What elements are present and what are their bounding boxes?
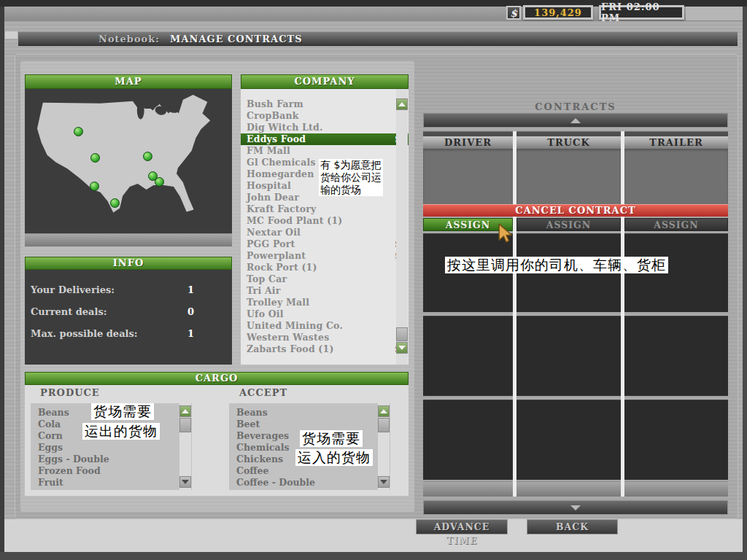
back-button[interactable]: BACK: [527, 519, 618, 534]
frame-edge-left: [0, 7, 4, 552]
produce-item[interactable]: Frozen Food: [31, 465, 192, 477]
company-item[interactable]: Western Wastes: [241, 332, 409, 343]
accept-scroll-down-button[interactable]: [378, 476, 390, 488]
driver-slot[interactable]: [423, 149, 513, 204]
produce-scroll-thumb[interactable]: [179, 418, 191, 432]
note-line: 货给你公司运: [320, 171, 382, 184]
company-name: CropBank: [247, 110, 299, 122]
company-item[interactable]: Bush Farm: [241, 98, 409, 110]
note-line: 有 $为愿意把: [320, 159, 382, 171]
produce-item[interactable]: Eggs: [31, 442, 192, 454]
company-scroll-thumb[interactable]: [396, 327, 408, 341]
company-item[interactable]: Rock Port (1): [241, 262, 409, 273]
map-location-dot: [90, 182, 99, 191]
scroll-down-icon: [398, 346, 406, 350]
accept-item[interactable]: Beet: [229, 419, 390, 430]
trailer-slot[interactable]: [624, 149, 728, 204]
accept-item[interactable]: Coffee - Double: [229, 477, 390, 489]
company-item[interactable]: Ufo Oil: [241, 308, 409, 320]
page-title: MANAGE CONTRACTS: [170, 34, 303, 44]
company-item[interactable]: Powerplant$: [241, 250, 409, 262]
advance-time-button[interactable]: ADVANCE TIME: [416, 519, 508, 534]
map-location-dot: [110, 198, 120, 208]
company-name: FM Mall: [247, 145, 290, 157]
company-item[interactable]: Tri Air: [241, 285, 409, 297]
company-item[interactable]: Nextar Oil: [241, 227, 409, 238]
company-item[interactable]: MC Food Plant (1): [241, 215, 409, 227]
map-footer: [25, 233, 232, 246]
truck-slot[interactable]: [516, 149, 621, 204]
company-name: Homegarden: [247, 168, 314, 180]
contracts-title: CONTRACTS: [423, 101, 728, 112]
accept-scroll-thumb[interactable]: [378, 418, 390, 432]
produce-item[interactable]: Fruit: [31, 477, 192, 489]
company-name: Top Car: [247, 273, 287, 285]
company-item[interactable]: Eddys Food$: [241, 133, 409, 145]
company-item[interactable]: United Mining Co.: [241, 320, 409, 332]
company-item[interactable]: Trolley Mall: [241, 297, 409, 308]
info-label: Max. possible deals:: [31, 328, 138, 340]
assign-note: 按这里调用你的司机、车辆、货柜: [445, 257, 668, 273]
contracts-scroll-up-bar[interactable]: [423, 113, 728, 128]
accept-column-header: ACCEPT: [239, 387, 287, 398]
accept-note-line1: 货场需要: [300, 430, 363, 447]
accept-scroll-up-button[interactable]: [378, 405, 390, 417]
game-screen: $ 139,429 FRI 02:00 PM Notebook: MANAGE …: [0, 0, 747, 560]
trailer-column-header: TRAILER: [624, 136, 728, 149]
money-display: 139,429: [523, 5, 593, 20]
column-strip: [423, 131, 513, 136]
scroll-up-icon: [380, 409, 387, 413]
produce-note-line2: 运出的货物: [82, 423, 160, 440]
assign-trailer-button[interactable]: ASSIGN: [624, 218, 728, 231]
company-name: Hospital: [247, 180, 291, 192]
info-row-deliveries: Your Deliveries: 1: [25, 284, 232, 296]
notebook-tab: [5, 31, 18, 39]
notebook-label: Notebook:: [98, 34, 160, 44]
map-panel-header: MAP: [25, 74, 232, 89]
accept-item[interactable]: Coffee: [229, 465, 390, 477]
produce-scroll-up-button[interactable]: [179, 405, 191, 417]
cargo-panel-header: CARGO: [25, 372, 409, 385]
company-item[interactable]: CropBank: [241, 110, 409, 122]
cancel-contract-button[interactable]: CANCEL CONTRACT: [423, 204, 728, 217]
info-label: Your Deliveries:: [31, 284, 115, 296]
info-label: Current deals:: [31, 306, 107, 318]
company-name: Tri Air: [247, 285, 281, 297]
company-name: Nextar Oil: [247, 227, 301, 238]
company-panel-header: COMPANY: [241, 74, 409, 89]
top-bar-filler: [686, 7, 743, 20]
company-scroll-up-button[interactable]: [396, 98, 408, 110]
info-row-max-deals: Max. possible deals: 1: [25, 328, 232, 340]
produce-note-line1: 货场需要: [91, 403, 154, 420]
company-name: Bush Farm: [247, 98, 303, 110]
column-strip: [516, 131, 621, 136]
company-note: 有 $为愿意把货给你公司运输的货场: [319, 159, 383, 196]
company-name: Western Wastes: [247, 332, 329, 343]
company-item[interactable]: Dig Witch Ltd.: [241, 122, 409, 133]
company-item[interactable]: PGG Port$: [241, 238, 409, 250]
produce-item[interactable]: Eggs - Double: [31, 454, 192, 465]
column-strip: [624, 131, 728, 136]
company-item[interactable]: Kraft Factory: [241, 203, 409, 215]
company-item[interactable]: Top Car: [241, 273, 409, 285]
company-scroll-down-button[interactable]: [396, 342, 408, 354]
driver-column-header: DRIVER: [423, 136, 513, 149]
produce-scroll-down-button[interactable]: [179, 476, 191, 488]
company-item[interactable]: Zabarts Food (1)$: [241, 343, 409, 355]
company-scrollbar[interactable]: [396, 89, 408, 365]
contract-slot-row: [423, 400, 728, 480]
info-value: 1: [187, 328, 194, 340]
company-item[interactable]: FM Mall: [241, 145, 409, 157]
frame-edge-right: [743, 7, 747, 552]
scroll-down-icon: [182, 480, 189, 484]
notebook-bar: Notebook: MANAGE CONTRACTS: [18, 31, 738, 46]
column-separator: [513, 131, 516, 497]
accept-item[interactable]: Beans: [229, 407, 390, 419]
scroll-down-icon: [570, 505, 581, 510]
map-location-dot: [74, 127, 83, 136]
scroll-down-icon: [380, 480, 387, 484]
assign-truck-button[interactable]: ASSIGN: [516, 218, 621, 231]
frame-edge-bottom: [0, 552, 747, 560]
company-name: PGG Port: [247, 238, 295, 250]
contracts-scroll-down-bar[interactable]: [423, 500, 728, 515]
